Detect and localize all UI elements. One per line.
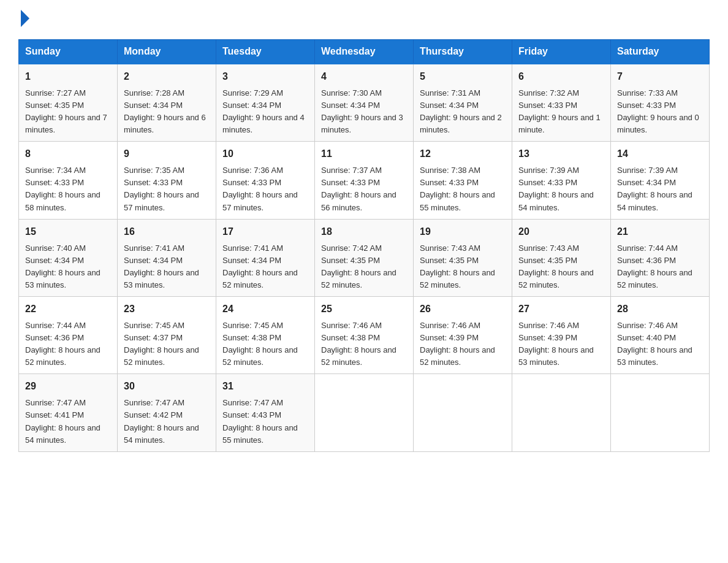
day-number: 20 (518, 224, 604, 240)
column-header-tuesday: Tuesday (216, 40, 315, 64)
calendar-cell: 20Sunrise: 7:43 AMSunset: 4:35 PMDayligh… (512, 219, 611, 296)
calendar-week-row: 8Sunrise: 7:34 AMSunset: 4:33 PMDaylight… (19, 142, 710, 219)
day-number: 3 (222, 69, 308, 85)
calendar-cell: 1Sunrise: 7:27 AMSunset: 4:35 PMDaylight… (19, 64, 118, 142)
day-number: 23 (124, 302, 210, 317)
day-info: Sunrise: 7:31 AMSunset: 4:34 PMDaylight:… (420, 87, 506, 137)
calendar-week-row: 29Sunrise: 7:47 AMSunset: 4:41 PMDayligh… (19, 374, 710, 451)
calendar-cell: 8Sunrise: 7:34 AMSunset: 4:33 PMDaylight… (19, 142, 118, 219)
day-number: 12 (420, 147, 506, 162)
page-header (18, 12, 710, 27)
calendar-cell: 23Sunrise: 7:45 AMSunset: 4:37 PMDayligh… (118, 297, 216, 374)
calendar-header-row: SundayMondayTuesdayWednesdayThursdayFrid… (19, 40, 710, 64)
calendar-cell: 9Sunrise: 7:35 AMSunset: 4:33 PMDaylight… (118, 142, 216, 219)
calendar-week-row: 22Sunrise: 7:44 AMSunset: 4:36 PMDayligh… (19, 297, 710, 374)
calendar-cell: 3Sunrise: 7:29 AMSunset: 4:34 PMDaylight… (216, 64, 315, 142)
day-info: Sunrise: 7:39 AMSunset: 4:33 PMDaylight:… (518, 164, 604, 214)
day-number: 28 (617, 302, 703, 317)
day-number: 1 (25, 69, 111, 85)
logo-arrow-icon (21, 10, 29, 27)
calendar-cell: 6Sunrise: 7:32 AMSunset: 4:33 PMDaylight… (512, 64, 611, 142)
day-number: 4 (321, 69, 407, 85)
day-info: Sunrise: 7:45 AMSunset: 4:37 PMDaylight:… (124, 320, 210, 369)
day-number: 29 (25, 379, 111, 394)
calendar-cell: 31Sunrise: 7:47 AMSunset: 4:43 PMDayligh… (216, 374, 315, 451)
calendar-cell (315, 374, 414, 451)
day-number: 13 (518, 147, 604, 162)
day-number: 17 (222, 224, 308, 240)
calendar-cell: 21Sunrise: 7:44 AMSunset: 4:36 PMDayligh… (611, 219, 710, 296)
day-info: Sunrise: 7:47 AMSunset: 4:43 PMDaylight:… (222, 397, 308, 446)
day-info: Sunrise: 7:45 AMSunset: 4:38 PMDaylight:… (222, 320, 308, 369)
day-number: 22 (25, 302, 111, 317)
day-number: 26 (420, 302, 506, 317)
calendar-cell: 5Sunrise: 7:31 AMSunset: 4:34 PMDaylight… (414, 64, 512, 142)
calendar-cell: 4Sunrise: 7:30 AMSunset: 4:34 PMDaylight… (315, 64, 414, 142)
calendar-week-row: 1Sunrise: 7:27 AMSunset: 4:35 PMDaylight… (19, 64, 710, 142)
day-number: 15 (25, 224, 111, 240)
day-number: 30 (124, 379, 210, 394)
day-number: 21 (617, 224, 703, 240)
calendar-cell (414, 374, 512, 451)
calendar-cell: 24Sunrise: 7:45 AMSunset: 4:38 PMDayligh… (216, 297, 315, 374)
day-info: Sunrise: 7:28 AMSunset: 4:34 PMDaylight:… (124, 87, 210, 137)
day-number: 11 (321, 147, 407, 162)
day-info: Sunrise: 7:41 AMSunset: 4:34 PMDaylight:… (124, 242, 210, 292)
calendar-cell: 25Sunrise: 7:46 AMSunset: 4:38 PMDayligh… (315, 297, 414, 374)
day-number: 7 (617, 69, 703, 85)
day-info: Sunrise: 7:34 AMSunset: 4:33 PMDaylight:… (25, 164, 111, 214)
calendar-cell: 17Sunrise: 7:41 AMSunset: 4:34 PMDayligh… (216, 219, 315, 296)
calendar-cell: 2Sunrise: 7:28 AMSunset: 4:34 PMDaylight… (118, 64, 216, 142)
day-info: Sunrise: 7:47 AMSunset: 4:41 PMDaylight:… (25, 397, 111, 446)
calendar-cell: 26Sunrise: 7:46 AMSunset: 4:39 PMDayligh… (414, 297, 512, 374)
day-number: 10 (222, 147, 308, 162)
day-info: Sunrise: 7:40 AMSunset: 4:34 PMDaylight:… (25, 242, 111, 292)
column-header-sunday: Sunday (19, 40, 118, 64)
calendar-cell: 22Sunrise: 7:44 AMSunset: 4:36 PMDayligh… (19, 297, 118, 374)
day-info: Sunrise: 7:32 AMSunset: 4:33 PMDaylight:… (518, 87, 604, 137)
day-number: 8 (25, 147, 111, 162)
day-number: 5 (420, 69, 506, 85)
calendar-cell: 12Sunrise: 7:38 AMSunset: 4:33 PMDayligh… (414, 142, 512, 219)
day-info: Sunrise: 7:43 AMSunset: 4:35 PMDaylight:… (420, 242, 506, 292)
day-number: 9 (124, 147, 210, 162)
day-info: Sunrise: 7:44 AMSunset: 4:36 PMDaylight:… (617, 242, 703, 292)
day-info: Sunrise: 7:46 AMSunset: 4:40 PMDaylight:… (617, 320, 703, 369)
day-number: 6 (518, 69, 604, 85)
day-number: 25 (321, 302, 407, 317)
day-number: 19 (420, 224, 506, 240)
calendar-cell: 13Sunrise: 7:39 AMSunset: 4:33 PMDayligh… (512, 142, 611, 219)
calendar-cell: 19Sunrise: 7:43 AMSunset: 4:35 PMDayligh… (414, 219, 512, 296)
day-info: Sunrise: 7:43 AMSunset: 4:35 PMDaylight:… (518, 242, 604, 292)
column-header-friday: Friday (512, 40, 611, 64)
day-info: Sunrise: 7:36 AMSunset: 4:33 PMDaylight:… (222, 164, 308, 214)
day-number: 24 (222, 302, 308, 317)
day-info: Sunrise: 7:39 AMSunset: 4:34 PMDaylight:… (617, 164, 703, 214)
day-number: 27 (518, 302, 604, 317)
day-info: Sunrise: 7:33 AMSunset: 4:33 PMDaylight:… (617, 87, 703, 137)
column-header-thursday: Thursday (414, 40, 512, 64)
calendar-cell: 14Sunrise: 7:39 AMSunset: 4:34 PMDayligh… (611, 142, 710, 219)
day-info: Sunrise: 7:46 AMSunset: 4:39 PMDaylight:… (420, 320, 506, 369)
day-number: 14 (617, 147, 703, 162)
calendar-cell: 28Sunrise: 7:46 AMSunset: 4:40 PMDayligh… (611, 297, 710, 374)
column-header-saturday: Saturday (611, 40, 710, 64)
day-info: Sunrise: 7:35 AMSunset: 4:33 PMDaylight:… (124, 164, 210, 214)
day-info: Sunrise: 7:47 AMSunset: 4:42 PMDaylight:… (124, 397, 210, 446)
calendar-week-row: 15Sunrise: 7:40 AMSunset: 4:34 PMDayligh… (19, 219, 710, 296)
day-info: Sunrise: 7:27 AMSunset: 4:35 PMDaylight:… (25, 87, 111, 137)
calendar-cell: 18Sunrise: 7:42 AMSunset: 4:35 PMDayligh… (315, 219, 414, 296)
day-info: Sunrise: 7:29 AMSunset: 4:34 PMDaylight:… (222, 87, 308, 137)
calendar-cell: 30Sunrise: 7:47 AMSunset: 4:42 PMDayligh… (118, 374, 216, 451)
calendar-cell: 27Sunrise: 7:46 AMSunset: 4:39 PMDayligh… (512, 297, 611, 374)
day-info: Sunrise: 7:42 AMSunset: 4:35 PMDaylight:… (321, 242, 407, 292)
calendar-cell (512, 374, 611, 451)
calendar-cell: 29Sunrise: 7:47 AMSunset: 4:41 PMDayligh… (19, 374, 118, 451)
calendar-cell: 16Sunrise: 7:41 AMSunset: 4:34 PMDayligh… (118, 219, 216, 296)
day-info: Sunrise: 7:46 AMSunset: 4:39 PMDaylight:… (518, 320, 604, 369)
day-number: 2 (124, 69, 210, 85)
day-number: 18 (321, 224, 407, 240)
calendar-cell (611, 374, 710, 451)
column-header-wednesday: Wednesday (315, 40, 414, 64)
day-info: Sunrise: 7:44 AMSunset: 4:36 PMDaylight:… (25, 320, 111, 369)
